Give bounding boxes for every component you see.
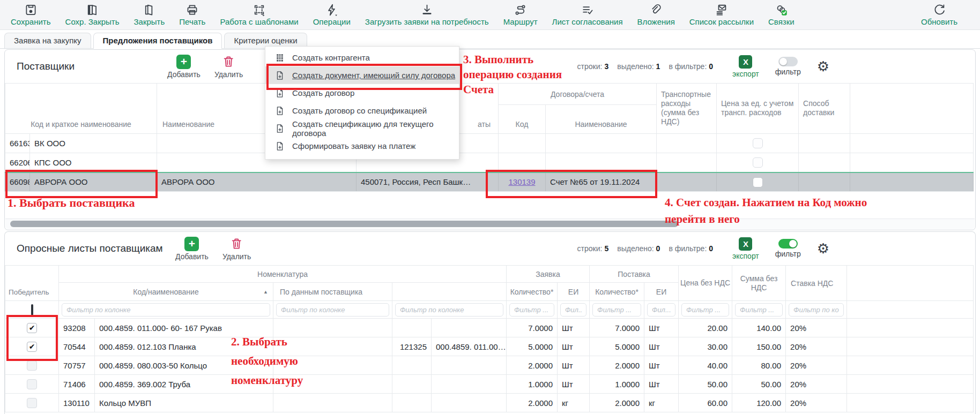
supplier-row-selected[interactable]: 66098 АВРОРА ООО АВРОРА ООО 450071, Росс… [5,172,974,192]
supplier-short-name: АВРОРА ООО [30,172,157,192]
horizontal-scrollbar [5,219,975,229]
save-button[interactable]: Сохранить [11,0,51,29]
print-label: Печать [179,17,205,26]
filter-vat-input[interactable] [789,303,844,317]
menu-item-create-contract[interactable]: Создать договор [265,84,459,102]
winner-checkbox[interactable] [27,342,37,352]
approval-sheet-button[interactable]: Лист согласования [552,0,623,29]
price-with-transport-checkbox[interactable] [753,157,763,168]
suppliers-actions: + Добавить Удалить [167,55,243,79]
questionnaires-filter-toggle[interactable]: фильтр [775,239,801,258]
menu-item-create-counterparty[interactable]: Создать контрагента [265,49,459,66]
col-contract-name: Наименование [546,105,657,134]
save-close-label: Сохр. Закрыть [65,17,120,26]
document-plus-icon [274,141,285,152]
supplier-row[interactable]: 66206 КПС ООО [5,153,974,172]
questionnaires-stats: строки:5 выделено:0 в фильтре:0 [577,244,714,253]
supplier-short-name: ВК ООО [30,134,157,153]
winner-checkbox[interactable] [27,323,37,333]
filter-price-input[interactable] [681,303,729,317]
scrollbar-thumb[interactable] [10,221,678,227]
item-code: 130110 [59,394,95,412]
menu-item-create-payment-request[interactable]: Сформировать заявку на платеж [265,137,459,155]
load-demand-requests-label: Загрузить заявки на потребность [365,17,489,26]
links-button[interactable]: Связки [768,0,795,29]
suppliers-table: Код и краткое наименование Наименование … [5,83,974,192]
route-button[interactable]: Маршрут [503,0,538,29]
col-price-per-unit: Цена за ед. с учетом трансп. расходов [717,84,799,134]
questionnaires-export-button[interactable]: X экспорт [732,237,759,260]
item-name: 000.4859. 080.003-50 Кольцо [95,356,273,375]
contract-code-link[interactable]: 130139 [508,177,535,186]
filter-supply-qty-input[interactable] [592,303,641,317]
filter-by-supplier-input[interactable] [276,303,389,317]
templates-label: Работа с шаблонами [220,17,298,26]
col-price-no-vat: Цена без НДС [679,266,732,301]
menu-item-create-contract-force-document[interactable]: Создать документ, имеющий силу договора [265,66,459,84]
col-vat-rate: Ставка НДС [786,266,847,301]
print-button[interactable]: Печать [179,0,205,29]
filter-code-name-input[interactable] [62,303,270,317]
col-code-name-sortable[interactable]: Код/наименование▲ [59,283,273,301]
approval-list-icon [581,3,594,17]
refresh-button[interactable]: Обновить [921,0,957,29]
links-icon [775,3,788,17]
supplier-contacts: 450071, Россия, Респ Башк… [357,172,499,192]
winner-checkbox[interactable] [27,360,37,371]
nomenclature-row[interactable]: 93208 000.4859. 011.000- 60- 167 Рукав 7… [5,319,974,337]
operations-lightning-icon [325,3,338,17]
menu-item-create-spec-current-contract[interactable]: Создать спецификацию для текущего догово… [265,119,459,137]
filter-supply-unit-input[interactable] [647,303,675,317]
suppliers-filter-toggle[interactable]: фильтр [775,57,801,76]
nomenclature-row[interactable]: 71406 000.4859. 369.002 Труба 1.0000 Шт … [5,375,974,394]
filter-replacement-input[interactable] [395,303,503,317]
questionnaires-title: Опросные листы поставщикам [17,243,163,254]
nomenclature-row[interactable]: 70544 000.4859. 012.103 Планка 121325 00… [5,337,974,356]
col-request-unit: ЕИ [558,283,590,301]
load-demand-requests-button[interactable]: Загрузить заявки на потребность [365,0,489,29]
supplier-row[interactable]: 66163 ВК ООО [5,134,974,153]
winner-checkbox[interactable] [27,379,37,389]
supplier-short-name: КПС ООО [30,153,157,172]
route-label: Маршрут [503,17,538,26]
document-tabs: Заявка на закупку Предложения поставщико… [0,33,980,49]
mailing-list-icon [715,3,728,17]
nomenclature-row[interactable]: 70757 000.4859. 080.003-50 Кольцо 2.0000… [5,356,974,375]
suppliers-settings-gear-icon[interactable]: ⚙ [817,59,829,73]
filter-request-qty-input[interactable] [509,303,554,317]
suppliers-stats: строки:3 выделено:1 в фильтре:0 [577,62,714,71]
suppliers-delete-button[interactable]: Удалить [214,55,243,79]
contract-name: Счет №65 от 19.11.2024 [546,172,657,192]
menu-item-create-contract-with-spec[interactable]: Создать договор со спецификацией [265,102,459,119]
save-close-button[interactable]: Сохр. Закрыть [65,0,120,29]
questionnaires-add-button[interactable]: + Добавить [175,237,209,261]
select-all-checkbox[interactable] [31,304,33,315]
tab-purchase-request[interactable]: Заявка на закупку [4,33,91,48]
operations-button[interactable]: Операции [313,0,351,29]
price-with-transport-checkbox[interactable] [753,138,763,148]
price-with-transport-checkbox[interactable] [753,177,763,187]
suppliers-export-button[interactable]: X экспорт [732,55,759,78]
route-icon [514,3,527,17]
item-code: 70544 [59,337,95,356]
download-icon [420,3,434,17]
templates-button[interactable]: Работа с шаблонами [220,0,298,29]
tab-supplier-offers[interactable]: Предложения поставщиков [93,33,222,49]
col-code-short-name: Код и краткое наименование [5,84,157,134]
col-contract-code: Код [499,105,546,134]
close-button[interactable]: Закрыть [134,0,165,29]
filler-cell [850,153,974,172]
filler-column [847,266,974,301]
save-label: Сохранить [11,17,51,26]
mailing-list-button[interactable]: Список рассылки [689,0,754,29]
approval-sheet-label: Лист согласования [552,17,623,26]
questionnaires-settings-gear-icon[interactable]: ⚙ [817,242,829,255]
winner-checkbox[interactable] [27,398,37,408]
suppliers-add-button[interactable]: + Добавить [167,55,201,79]
attachments-button[interactable]: Вложения [637,0,675,29]
filler-cell [847,375,974,394]
filter-sum-input[interactable] [735,303,783,317]
questionnaires-delete-button[interactable]: Удалить [222,237,251,261]
nomenclature-row[interactable]: 130110 Кольцо МУВП 2.0000 кг 2.0000 кг 6… [5,394,974,412]
filter-request-unit-input[interactable] [560,303,586,317]
